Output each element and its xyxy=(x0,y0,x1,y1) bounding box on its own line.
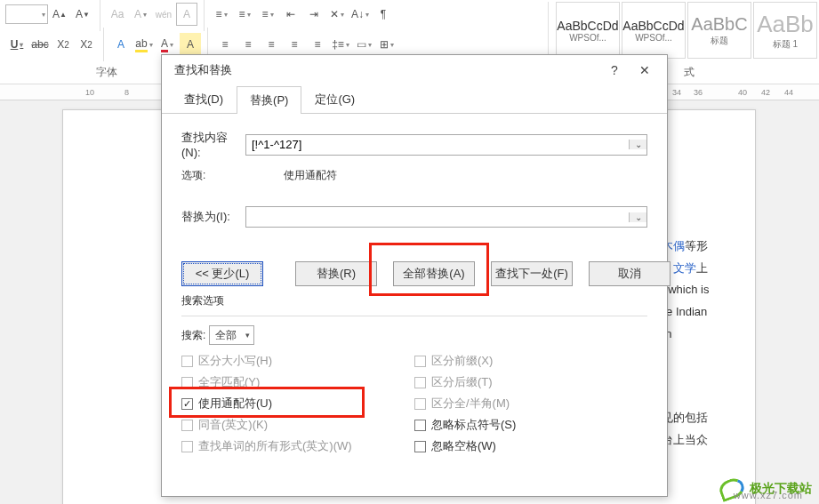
watermark: 极光下载站 www.xz7.com xyxy=(719,479,812,499)
replace-combo[interactable]: ⌄ xyxy=(245,206,647,228)
tab-button[interactable]: ✕ xyxy=(326,3,348,26)
shrink-font-button[interactable]: A▼ xyxy=(72,3,93,26)
replace-all-button[interactable]: 全部替换(A) xyxy=(393,261,475,286)
replace-input[interactable] xyxy=(246,211,629,224)
ck-soundslike: 同音(英文)(K) xyxy=(181,414,414,436)
ck-wholeword: 全字匹配(Y) xyxy=(181,372,414,393)
tab-goto[interactable]: 定位(G) xyxy=(301,85,368,113)
search-scope-select[interactable]: 全部 xyxy=(209,325,254,345)
numbering-button[interactable]: ≡ xyxy=(234,3,255,26)
strike-button[interactable]: abc xyxy=(29,33,51,56)
ck-suffix: 区分后缀(T) xyxy=(414,372,647,393)
ck-wildcards[interactable]: 使用通配符(U) xyxy=(181,393,414,414)
subscript-button[interactable]: X2 xyxy=(52,33,74,56)
align-center-button[interactable]: ≡ xyxy=(237,33,259,56)
ck-ignore-space[interactable]: 忽略空格(W) xyxy=(414,436,647,457)
replace-button[interactable]: 替换(R) xyxy=(295,261,377,286)
tab-replace[interactable]: 替换(P) xyxy=(237,86,301,114)
find-input[interactable] xyxy=(246,138,629,151)
dialog-title: 查找和替换 xyxy=(174,62,232,78)
style-item-2[interactable]: AaBbC标题 xyxy=(687,2,751,59)
replace-label: 替换为(I): xyxy=(181,209,245,225)
multilevel-button[interactable]: ≡ xyxy=(257,3,278,26)
indent-dec-button[interactable]: ⇤ xyxy=(280,3,301,26)
watermark-url: www.xz7.com xyxy=(734,490,803,500)
cancel-button[interactable]: 取消 xyxy=(589,261,670,286)
checks-left: 区分大小写(H) 全字匹配(Y) 使用通配符(U) 同音(英文)(K) 查找单词… xyxy=(181,350,414,457)
borders-button[interactable]: ⊞ xyxy=(376,33,397,56)
group-label-style-suffix: 式 xyxy=(684,65,695,80)
options-label: 选项: xyxy=(181,168,245,183)
show-marks-button[interactable]: ¶ xyxy=(373,3,394,26)
line-spacing-button[interactable]: ‡≡ xyxy=(330,33,351,56)
ck-case: 区分大小写(H) xyxy=(181,350,414,372)
options-value: 使用通配符 xyxy=(284,169,337,181)
checks-right: 区分前缀(X) 区分后缀(T) 区分全/半角(M) 忽略标点符号(S) 忽略空格… xyxy=(414,350,647,457)
group-label-font: 字体 xyxy=(96,65,117,80)
align-left-button[interactable]: ≡ xyxy=(214,33,236,56)
help-button[interactable]: ? xyxy=(599,58,630,83)
change-case-button[interactable]: Aa xyxy=(107,3,128,26)
indent-inc-button[interactable]: ⇥ xyxy=(303,3,325,26)
ck-wordforms: 查找单词的所有形式(英文)(W) xyxy=(181,436,414,457)
highlight-button[interactable]: ab xyxy=(133,33,155,56)
bullets-button[interactable]: ≡ xyxy=(211,3,232,26)
dialog-titlebar[interactable]: 查找和替换 ? ✕ xyxy=(162,55,667,85)
text-effects-button[interactable]: A xyxy=(110,33,132,56)
ck-width: 区分全/半角(M) xyxy=(414,393,647,414)
char-shading2-button[interactable]: A xyxy=(180,33,201,56)
char-shading-button[interactable]: A xyxy=(176,3,197,26)
shading-button[interactable]: ▭ xyxy=(353,33,374,56)
ck-ignore-punct[interactable]: 忽略标点符号(S) xyxy=(414,414,647,436)
find-replace-dialog: 查找和替换 ? ✕ 查找(D) 替换(P) 定位(G) 查找内容(N): ⌄ 选… xyxy=(161,54,668,497)
find-next-button[interactable]: 查找下一处(F) xyxy=(491,261,573,286)
ck-prefix: 区分前缀(X) xyxy=(414,350,647,372)
search-options-label: 搜索选项 xyxy=(181,293,647,308)
less-button[interactable]: << 更少(L) xyxy=(181,261,263,286)
find-dropdown[interactable]: ⌄ xyxy=(629,140,646,149)
superscript-button[interactable]: X2 xyxy=(76,33,97,56)
phonetic-guide-button[interactable]: wén xyxy=(153,3,174,26)
style-item-1[interactable]: AaBbCcDdWPSOf... xyxy=(622,2,686,59)
link-wenxue[interactable]: 文学 xyxy=(673,261,696,275)
char-border-button[interactable]: A xyxy=(130,3,151,26)
font-color-button[interactable]: A xyxy=(157,33,178,56)
style-item-3[interactable]: AaBb标题 1 xyxy=(753,2,817,59)
replace-dropdown[interactable]: ⌄ xyxy=(629,212,646,222)
align-dist-button[interactable]: ≡ xyxy=(307,33,328,56)
style-item-0[interactable]: AaBbCcDdWPSOf... xyxy=(556,2,620,59)
align-right-button[interactable]: ≡ xyxy=(261,33,282,56)
align-justify-button[interactable]: ≡ xyxy=(284,33,305,56)
find-combo[interactable]: ⌄ xyxy=(245,134,647,156)
underline-button[interactable]: U xyxy=(6,33,28,56)
search-scope-label: 搜索: xyxy=(181,328,205,343)
grow-font-button[interactable]: A▲ xyxy=(49,3,70,26)
dialog-tabs: 查找(D) 替换(P) 定位(G) xyxy=(162,85,667,114)
close-button[interactable]: ✕ xyxy=(630,58,660,83)
font-size-combo[interactable] xyxy=(5,4,48,24)
tab-find[interactable]: 查找(D) xyxy=(171,85,237,113)
style-gallery[interactable]: AaBbCcDdWPSOf... AaBbCcDdWPSOf... AaBbC标… xyxy=(548,2,817,59)
find-label: 查找内容(N): xyxy=(181,130,245,159)
sort-button[interactable]: A↓ xyxy=(349,3,371,26)
